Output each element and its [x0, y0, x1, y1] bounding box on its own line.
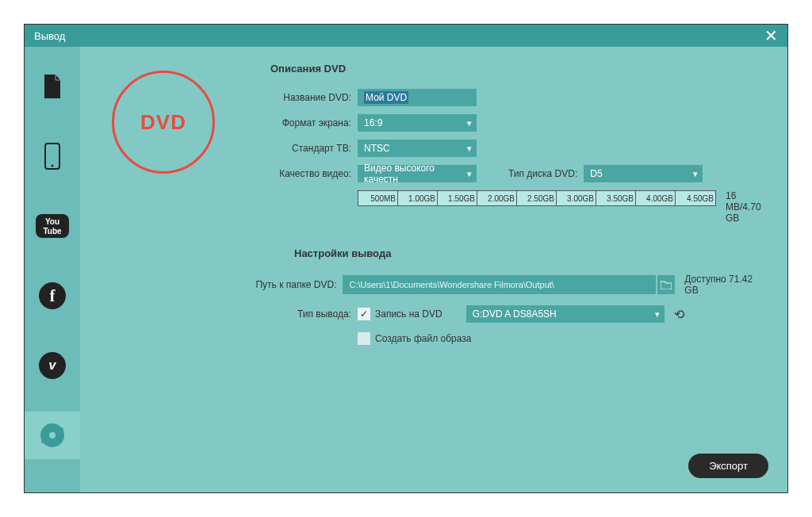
disc-type-select[interactable]: D5	[584, 165, 703, 182]
refresh-icon[interactable]: ⟲	[674, 307, 684, 322]
ruler-bar: 500MB 1.00GB 1.50GB 2.00GB 2.50GB 3.00GB…	[358, 190, 716, 206]
row-tvstd: Стандарт ТВ: NTSC	[120, 140, 764, 157]
label-aspect: Формат экрана:	[270, 117, 358, 128]
disc-type-group: Тип диска DVD: D5	[508, 165, 703, 182]
row-iso: Создать файл образа	[358, 332, 764, 345]
available-space: Доступно 71.42 GB	[684, 274, 764, 296]
ruler-tick: 500MB	[358, 191, 398, 205]
sidebar-item-device[interactable]	[25, 132, 80, 180]
content-panel: DVD Описания DVD Название DVD: Мой DVD Ф…	[80, 47, 787, 492]
row-output-type: Тип вывода: ✓ Запись на DVD G:DVD A DS8A…	[120, 305, 764, 323]
row-aspect: Формат экрана: 16:9	[120, 114, 764, 132]
svg-text:You: You	[45, 217, 59, 226]
tvstd-select[interactable]: NTSC	[358, 140, 477, 157]
size-info: 16 MB/4.70 GB	[726, 190, 764, 224]
device-icon	[44, 143, 60, 170]
export-window: Вывод ✕ YouTube f v DVD	[24, 24, 788, 493]
ruler-tick: 3.50GB	[596, 191, 636, 205]
browse-folder-button[interactable]	[657, 275, 675, 294]
row-dvd-name: Название DVD: Мой DVD	[120, 89, 764, 106]
path-input[interactable]: C:\Users\1\Documents\Wondershare Filmora…	[343, 275, 655, 294]
iso-checkbox[interactable]	[358, 332, 370, 345]
burn-checkbox[interactable]: ✓	[358, 308, 370, 320]
dvd-badge: DVD	[112, 71, 215, 174]
ruler-tick: 4.50GB	[676, 191, 715, 205]
drive-select[interactable]: G:DVD A DS8A5SH	[466, 305, 665, 323]
titlebar: Вывод ✕	[25, 25, 787, 47]
dvd-name-input[interactable]: Мой DVD	[364, 91, 408, 104]
section-title-desc: Описания DVD	[270, 63, 764, 75]
facebook-icon: f	[39, 282, 66, 309]
ruler-tick: 4.00GB	[636, 191, 676, 205]
ruler-tick: 2.00GB	[477, 191, 517, 205]
burn-checkline: ✓ Запись на DVD	[358, 308, 442, 320]
sidebar-item-dvd[interactable]	[25, 412, 80, 459]
label-path: Путь к папке DVD:	[120, 279, 343, 290]
close-icon[interactable]: ✕	[764, 26, 778, 45]
youtube-icon: YouTube	[36, 214, 69, 238]
sidebar-item-facebook[interactable]: f	[25, 272, 80, 320]
row-quality: Качество видео: Видео высокого качестн Т…	[120, 165, 764, 182]
svg-point-8	[59, 427, 63, 432]
disc-icon	[39, 422, 66, 449]
folder-icon	[661, 280, 672, 289]
export-button[interactable]: Экспорт	[688, 454, 768, 478]
label-dvd-name: Название DVD:	[270, 92, 358, 103]
ruler-tick: 2.50GB	[517, 191, 557, 205]
ruler-tick: 3.00GB	[557, 191, 596, 205]
row-path: Путь к папке DVD: C:\Users\1\Documents\W…	[120, 274, 764, 296]
sidebar-item-vimeo[interactable]: v	[25, 342, 80, 389]
quality-select[interactable]: Видео высокого качестн	[358, 165, 477, 182]
iso-label: Создать файл образа	[375, 333, 471, 344]
sidebar: YouTube f v	[25, 47, 80, 492]
label-output-type: Тип вывода:	[120, 308, 358, 320]
size-ruler: 500MB 1.00GB 1.50GB 2.00GB 2.50GB 3.00GB…	[358, 190, 764, 224]
label-disc-type: Тип диска DVD:	[508, 168, 577, 179]
svg-point-1	[52, 165, 54, 167]
svg-point-6	[49, 432, 56, 438]
output-section: Настройки вывода Путь к папке DVD: C:\Us…	[120, 247, 764, 345]
label-tvstd: Стандарт ТВ:	[270, 143, 358, 154]
vimeo-icon: v	[39, 352, 66, 379]
aspect-select[interactable]: 16:9	[358, 114, 477, 132]
label-quality: Качество видео:	[270, 168, 358, 179]
sidebar-item-youtube[interactable]: YouTube	[25, 202, 80, 250]
window-title: Вывод	[34, 30, 65, 42]
window-body: YouTube f v DVD Описания DVD Название DV…	[25, 47, 787, 492]
file-icon	[43, 75, 62, 98]
ruler-tick: 1.50GB	[438, 191, 477, 205]
ruler-tick: 1.00GB	[398, 191, 438, 205]
burn-label: Запись на DVD	[375, 308, 442, 320]
svg-point-7	[41, 438, 46, 443]
section-title-output: Настройки вывода	[294, 247, 764, 259]
svg-text:Tube: Tube	[43, 227, 62, 236]
sidebar-item-local[interactable]	[25, 63, 80, 110]
